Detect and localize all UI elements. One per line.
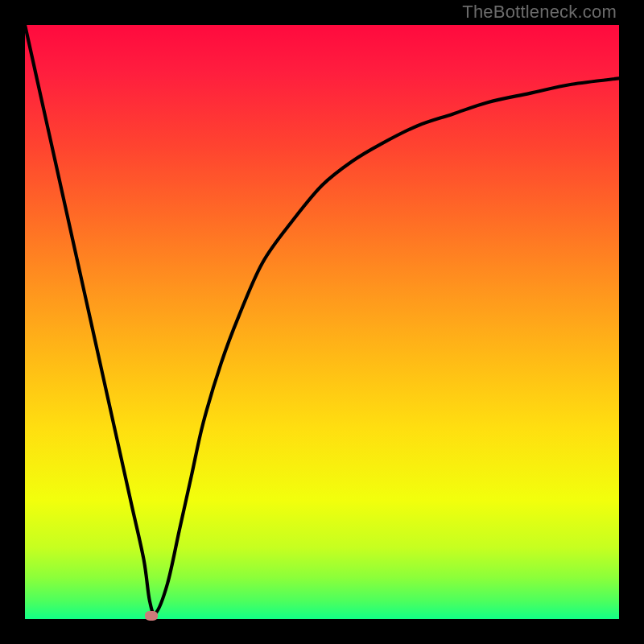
optimal-marker [145, 611, 158, 621]
watermark-text: TheBottleneck.com [462, 2, 617, 23]
bottleneck-curve [25, 25, 619, 619]
chart-frame: TheBottleneck.com [0, 0, 644, 644]
plot-area [25, 25, 619, 619]
